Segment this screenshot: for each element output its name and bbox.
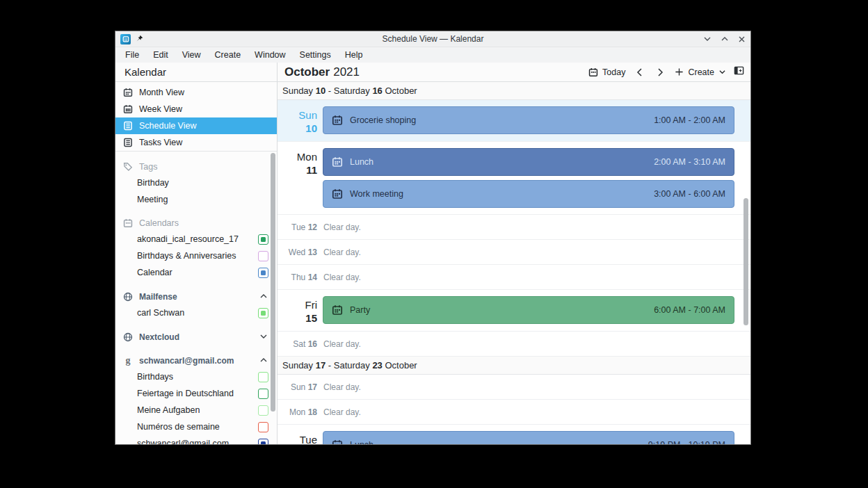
calendar-checkbox[interactable] xyxy=(258,389,268,399)
sidebar-item-label: Week View xyxy=(139,104,182,114)
calendar-icon xyxy=(332,439,343,444)
day-label: Tue 19 xyxy=(278,431,317,444)
calendar-checkbox[interactable] xyxy=(258,422,268,432)
calendar-checkbox[interactable] xyxy=(258,405,268,416)
sidebar-item-schedule-view[interactable]: Schedule View xyxy=(115,117,277,134)
day-label: Mon 18 xyxy=(278,407,317,417)
calendar-checkbox[interactable] xyxy=(258,251,268,261)
globe-icon xyxy=(123,292,133,302)
event-card-party[interactable]: Party 6:00 AM - 7:00 AM xyxy=(323,296,734,324)
calendar-row[interactable]: akonadi_ical_resource_17 xyxy=(115,231,277,247)
create-button[interactable]: Create xyxy=(675,67,726,77)
event-time: 6:00 AM - 7:00 AM xyxy=(645,305,725,315)
day-label: Sun 10 xyxy=(278,106,317,135)
day-label: Tue 12 xyxy=(278,222,317,232)
menu-settings[interactable]: Settings xyxy=(293,47,338,63)
calendar-row[interactable]: Birthdays & Anniversaries xyxy=(115,247,277,264)
close-icon[interactable] xyxy=(738,35,746,43)
sidebar-item-tasks-view[interactable]: Tasks View xyxy=(115,134,277,151)
menu-help[interactable]: Help xyxy=(338,47,370,63)
clear-day-note: Clear day. xyxy=(317,222,361,232)
chevron-up-icon[interactable] xyxy=(259,356,268,366)
sidebar-item-week-view[interactable]: Week View xyxy=(115,101,277,117)
day-row-fri-15: Fri 15 Party 6:00 AM - 7:00 AM xyxy=(278,290,750,332)
day-row-mon-11: Mon 11 Lunch 2:00 AM - 3:10 AM Work meet… xyxy=(278,142,750,215)
event-time: 9:19 PM - 10:19 PM xyxy=(640,440,725,444)
day-label: Thu 14 xyxy=(278,273,317,282)
calendar-icon xyxy=(123,218,133,228)
calendar-checkbox[interactable] xyxy=(258,439,268,445)
calendar-row[interactable]: carl Schwan xyxy=(115,304,277,321)
calendar-checkbox[interactable] xyxy=(258,234,268,245)
day-row-sat-16: Sat 16 Clear day. xyxy=(278,332,750,357)
day-row-mon-18: Mon 18 Clear day. xyxy=(278,400,750,425)
week-header: Sunday 17 - Saturday 23 October xyxy=(278,357,750,375)
clear-day-note: Clear day. xyxy=(317,247,361,257)
sidebar-scrollbar-thumb[interactable] xyxy=(271,153,275,412)
calendars-section-header: Calendars xyxy=(115,215,277,231)
day-row-tue-19: Tue 19 Lunch 9:19 PM - 10:19 PM xyxy=(278,425,750,444)
calendar-row[interactable]: Calendar xyxy=(115,264,277,281)
calendar-row[interactable]: Birthdays xyxy=(115,368,277,385)
kalendar-window: Schedule View — Kalendar File Edit View … xyxy=(115,31,751,445)
event-card-lunch[interactable]: Lunch 2:00 AM - 3:10 AM xyxy=(323,148,734,176)
maximize-icon[interactable] xyxy=(721,35,729,42)
calendar-row[interactable]: schwancarl@gmail.com xyxy=(115,435,277,444)
chevron-down-icon[interactable] xyxy=(259,332,268,342)
chevron-up-icon[interactable] xyxy=(259,292,268,302)
tag-item-birthday[interactable]: Birthday xyxy=(115,174,277,191)
schedule-view-icon xyxy=(123,121,133,131)
account-header-mailfense[interactable]: Mailfense xyxy=(115,289,277,304)
calendar-checkbox[interactable] xyxy=(258,372,268,382)
day-label: Wed 13 xyxy=(278,247,317,257)
tag-item-meeting[interactable]: Meeting xyxy=(115,191,277,208)
sidebar-item-month-view[interactable]: Month View xyxy=(115,84,277,101)
page-title: October2021 xyxy=(284,65,360,79)
next-button[interactable] xyxy=(654,67,667,77)
account-header-nextcloud[interactable]: Nextcloud xyxy=(115,330,277,345)
google-icon: g xyxy=(123,356,133,366)
schedule-view: Sunday 10 - Saturday 16 October Sun 10 G… xyxy=(278,82,750,444)
pin-icon[interactable] xyxy=(136,33,143,45)
week-header: Sunday 10 - Saturday 16 October xyxy=(278,82,750,100)
window-title: Schedule View — Kalendar xyxy=(115,34,750,44)
tasks-view-icon xyxy=(123,138,133,147)
calendar-row[interactable]: Numéros de semaine xyxy=(115,418,277,435)
divider xyxy=(115,151,277,152)
calendar-icon xyxy=(588,67,598,77)
week-view-icon xyxy=(123,104,133,114)
menu-window[interactable]: Window xyxy=(248,47,292,63)
titlebar: Schedule View — Kalendar xyxy=(115,31,750,47)
calendar-checkbox[interactable] xyxy=(258,268,268,278)
account-header-gmail[interactable]: g schwancarl@gmail.com xyxy=(115,353,277,368)
menu-view[interactable]: View xyxy=(175,47,208,63)
menu-file[interactable]: File xyxy=(118,47,146,63)
clear-day-note: Clear day. xyxy=(317,382,361,392)
day-label: Sun 17 xyxy=(278,382,317,392)
event-time: 1:00 AM - 2:00 AM xyxy=(645,115,725,125)
day-label: Fri 15 xyxy=(278,296,317,325)
event-card-work-meeting[interactable]: Work meeting 3:00 AM - 6:00 AM xyxy=(323,180,734,208)
event-title: Party xyxy=(350,305,370,315)
toggle-panel-button[interactable] xyxy=(734,65,744,79)
today-button[interactable]: Today xyxy=(588,67,625,77)
event-title: Lunch xyxy=(350,440,373,444)
calendar-icon xyxy=(332,115,343,126)
previous-button[interactable] xyxy=(633,67,646,77)
day-label: Sat 16 xyxy=(278,339,317,349)
calendar-icon xyxy=(332,304,343,316)
menu-create[interactable]: Create xyxy=(208,47,248,63)
calendar-row[interactable]: Meine Aufgaben xyxy=(115,402,277,418)
clear-day-note: Clear day. xyxy=(317,273,361,282)
schedule-scrollbar-thumb[interactable] xyxy=(744,198,748,325)
menu-edit[interactable]: Edit xyxy=(146,47,175,63)
event-card-grocerie-shoping[interactable]: Grocerie shoping 1:00 AM - 2:00 AM xyxy=(323,106,734,134)
sidebar: Kalendar Month View Week View Schedule V… xyxy=(115,63,278,444)
clear-day-note: Clear day. xyxy=(317,339,361,349)
event-card-lunch-2[interactable]: Lunch 9:19 PM - 10:19 PM xyxy=(323,431,734,444)
event-title: Lunch xyxy=(350,157,373,167)
minimize-icon[interactable] xyxy=(703,35,712,42)
calendar-checkbox[interactable] xyxy=(258,308,268,318)
calendar-row[interactable]: Feiertage in Deutschland xyxy=(115,385,277,402)
day-label: Mon 11 xyxy=(278,148,317,208)
